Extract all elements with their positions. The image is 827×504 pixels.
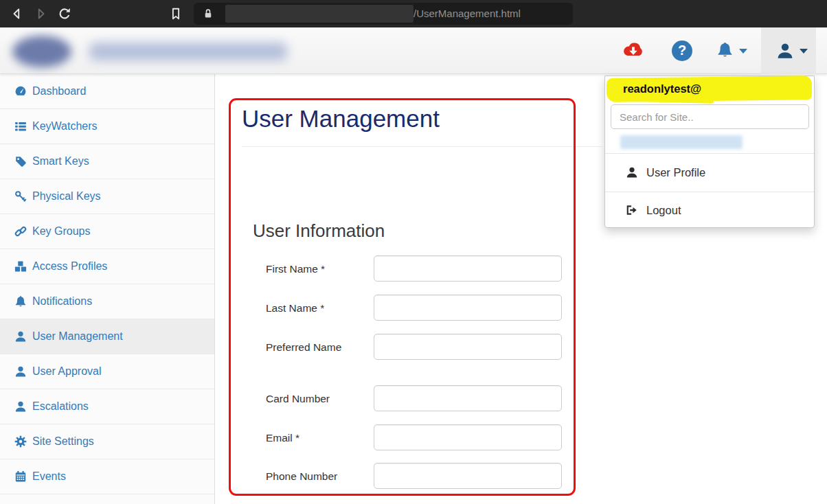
sidebar-item-events[interactable]: Events <box>0 459 214 494</box>
first-name-label: First Name * <box>266 255 347 276</box>
bookmark-icon[interactable] <box>169 7 183 21</box>
download-button[interactable] <box>622 39 645 62</box>
user-icon <box>14 365 27 378</box>
chevron-down-icon <box>739 49 747 54</box>
email-field[interactable] <box>374 424 562 450</box>
bell-icon <box>716 41 734 58</box>
sidebar-item-site-settings[interactable]: Site Settings <box>0 424 214 459</box>
sidebar-item-notifications[interactable]: Notifications <box>0 284 214 319</box>
help-icon: ? <box>678 43 686 58</box>
lock-icon <box>202 8 214 20</box>
calendar-icon <box>14 470 27 483</box>
card-number-input[interactable] <box>374 385 562 411</box>
bell-icon <box>14 295 27 308</box>
app-logo <box>12 36 71 67</box>
list-icon <box>14 120 27 133</box>
section-title: User Information <box>253 220 385 242</box>
email-label: Email * <box>266 424 347 445</box>
sidebar-item-key-groups[interactable]: Key Groups <box>0 214 214 249</box>
sign-out-icon <box>626 204 638 216</box>
sidebar-item-user-approval[interactable]: User Approval <box>0 354 214 389</box>
sidebar-item-physical-keys[interactable]: Physical Keys <box>0 179 214 214</box>
menu-item-label: Logout <box>646 204 681 217</box>
preferred-name-input[interactable] <box>374 334 562 360</box>
cloud-download-icon <box>622 39 645 62</box>
user-icon <box>626 166 638 179</box>
preferred-name-label: Preferred Name <box>266 334 347 354</box>
site-option-redacted[interactable] <box>620 135 743 149</box>
last-name-label: Last Name * <box>266 295 347 315</box>
user-icon <box>776 42 794 60</box>
sidebar-item-label: Events <box>32 470 66 483</box>
menu-item-label: User Profile <box>646 166 705 179</box>
url-text: /UserManagement.html <box>414 3 521 25</box>
account-email-row: readonlytest@ <box>605 76 814 104</box>
browser-reload-icon[interactable] <box>58 7 71 21</box>
sidebar-item-access-profiles[interactable]: Access Profiles <box>0 249 214 284</box>
browser-chrome-bar: /UserManagement.html <box>0 0 827 27</box>
url-redaction-box <box>225 5 414 23</box>
browser-back-icon[interactable] <box>10 7 23 21</box>
sidebar-item-label: Key Groups <box>32 225 90 238</box>
last-name-input[interactable] <box>374 295 562 321</box>
sidebar-item-label: User Approval <box>32 365 102 378</box>
sidebar-item-label: Smart Keys <box>32 155 89 168</box>
sidebar-item-label: Site Settings <box>32 435 94 448</box>
gear-icon <box>14 435 27 448</box>
sidebar-item-keywatchers[interactable]: KeyWatchers <box>0 109 214 144</box>
sidebar-item-label: Escalations <box>32 400 89 413</box>
sidebar-item-label: Dashboard <box>32 85 86 98</box>
help-button[interactable]: ? <box>672 41 692 61</box>
card-number-label: Card Number <box>266 385 347 406</box>
browser-forward-icon[interactable] <box>34 7 48 21</box>
sidebar-item-dashboard[interactable]: Dashboard <box>0 74 214 109</box>
chain-link-icon <box>14 225 27 238</box>
title-divider <box>242 146 602 147</box>
user-menu-dropdown: readonlytest@ User Profile Logout <box>604 76 815 228</box>
notifications-menu-button[interactable] <box>716 41 751 60</box>
user-icon <box>14 330 27 343</box>
chevron-down-icon <box>800 49 808 54</box>
user-menu-button[interactable] <box>761 27 816 74</box>
phone-number-input[interactable] <box>374 463 562 489</box>
tag-icon <box>14 155 27 168</box>
app-logo-text-blurred <box>89 43 287 60</box>
phone-number-label: Phone Number <box>266 463 347 483</box>
sidebar-item-label: Notifications <box>32 295 92 308</box>
url-bar[interactable]: /UserManagement.html <box>194 3 573 25</box>
sidebar-item-label: User Management <box>32 330 123 343</box>
first-name-input[interactable] <box>374 255 562 282</box>
menu-item-user-profile[interactable]: User Profile <box>605 153 814 191</box>
page-title: User Management <box>242 104 440 133</box>
site-search-input[interactable] <box>611 104 809 129</box>
menu-item-logout[interactable]: Logout <box>605 192 814 228</box>
cubes-icon <box>14 260 27 273</box>
sidebar-item-label: Access Profiles <box>32 260 107 273</box>
sidebar-nav: Dashboard KeyWatchers Smart Keys Physica… <box>0 74 215 504</box>
sidebar-item-user-management[interactable]: User Management <box>0 319 214 354</box>
sidebar-item-label: Physical Keys <box>32 190 101 203</box>
dashboard-gauge-icon <box>14 85 27 98</box>
app-header: ? <box>0 27 827 74</box>
user-icon <box>14 400 27 413</box>
sidebar-item-escalations[interactable]: Escalations <box>0 389 214 424</box>
key-icon <box>14 190 27 203</box>
sidebar-item-label: KeyWatchers <box>32 120 98 133</box>
account-email: readonlytest@ <box>623 82 701 95</box>
sidebar-item-smart-keys[interactable]: Smart Keys <box>0 144 214 179</box>
